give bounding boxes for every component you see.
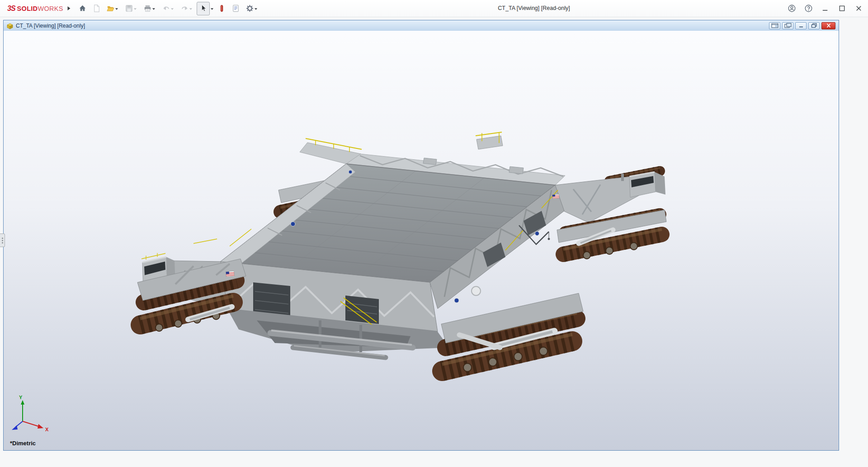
track-assembly-front-right[interactable] [441, 293, 583, 372]
app-window-controls [787, 4, 868, 14]
nasa-logo-decal [454, 298, 459, 303]
nasa-logo-decal [349, 170, 352, 174]
close-button[interactable] [854, 4, 863, 14]
document-window: CT_TA [Viewing] [Read-only] [3, 20, 839, 451]
home-icon [78, 4, 87, 13]
viewport-3d[interactable]: Y X *Dimetric [4, 31, 839, 450]
print-icon [143, 4, 152, 13]
save-dropdown-caret [134, 8, 137, 10]
user-account-button[interactable] [787, 4, 797, 14]
app-titlebar[interactable]: 3S SOLID WORKS [0, 0, 868, 17]
red-tool-button[interactable] [215, 2, 228, 15]
new-document-button[interactable] [90, 2, 103, 15]
file-properties-icon [231, 4, 240, 13]
redo-button[interactable] [178, 2, 196, 15]
close-icon [825, 23, 832, 28]
tile-window-button[interactable] [769, 22, 780, 29]
open-dropdown-caret [115, 8, 118, 10]
us-flag-decal [226, 271, 235, 276]
breadcrumb-arrow-icon[interactable] [67, 6, 71, 11]
help-icon [804, 4, 813, 13]
nasa-logo-decal [535, 232, 539, 236]
options-gear-icon [245, 4, 254, 13]
brand-mark: 3S [7, 5, 15, 13]
help-button[interactable] [803, 4, 813, 14]
tile-window-icon [771, 23, 778, 28]
open-icon [106, 4, 115, 13]
assembly-document-icon [6, 22, 14, 29]
solidworks-app: 3S SOLID WORKS [0, 0, 868, 467]
select-dropdown-caret[interactable] [211, 8, 213, 10]
cascade-window-button[interactable] [782, 22, 793, 29]
crawler-transporter-model[interactable] [4, 31, 839, 450]
child-close-button[interactable] [821, 22, 835, 29]
cascade-window-icon [784, 23, 792, 28]
solidworks-logo: 3S SOLID WORKS [7, 5, 63, 13]
undo-button[interactable] [160, 2, 177, 15]
redo-icon [180, 4, 189, 13]
featuremanager-collapsed-tab[interactable] [0, 234, 5, 247]
print-button[interactable] [141, 2, 159, 15]
new-document-icon [92, 4, 101, 13]
restore-icon [811, 23, 818, 28]
file-properties-button[interactable] [229, 2, 242, 15]
select-cursor-icon [199, 4, 208, 13]
undo-icon [162, 4, 170, 13]
document-window-controls [769, 22, 837, 29]
save-icon [125, 4, 133, 13]
minimize-icon [821, 4, 830, 13]
home-button[interactable] [76, 2, 89, 15]
orientation-triad[interactable]: Y X [4, 393, 53, 447]
nasa-logo-decal [291, 222, 295, 226]
operator-cab-right[interactable] [629, 172, 665, 197]
view-orientation-label: *Dimetric [10, 440, 36, 447]
open-button[interactable] [104, 2, 122, 15]
close-icon [854, 4, 863, 13]
us-flag-decal [552, 194, 560, 199]
app-title: CT_TA [Viewing] [Read-only] [498, 5, 570, 11]
maximize-button[interactable] [837, 4, 847, 14]
triad-y-label: Y [19, 395, 23, 400]
undo-dropdown-caret [171, 8, 174, 10]
child-minimize-button[interactable] [795, 22, 807, 29]
redo-dropdown-caret [189, 8, 192, 10]
maximize-icon [838, 4, 846, 13]
red-tool-icon [217, 4, 226, 13]
quick-access-toolbar [75, 2, 261, 15]
track-assembly-mid-right[interactable] [557, 210, 666, 259]
print-dropdown-caret [152, 8, 155, 10]
minimize-icon [797, 23, 805, 28]
save-button[interactable] [123, 2, 140, 15]
document-title: CT_TA [Viewing] [Read-only] [16, 23, 85, 29]
select-tool-button[interactable] [197, 2, 210, 15]
document-window-titlebar[interactable]: CT_TA [Viewing] [Read-only] [4, 20, 839, 31]
options-button[interactable] [243, 2, 261, 15]
triad-x-label: X [45, 427, 49, 432]
minimize-button[interactable] [820, 4, 830, 14]
options-dropdown-caret [255, 8, 257, 10]
child-restore-button[interactable] [808, 22, 820, 29]
user-account-icon [788, 4, 796, 13]
